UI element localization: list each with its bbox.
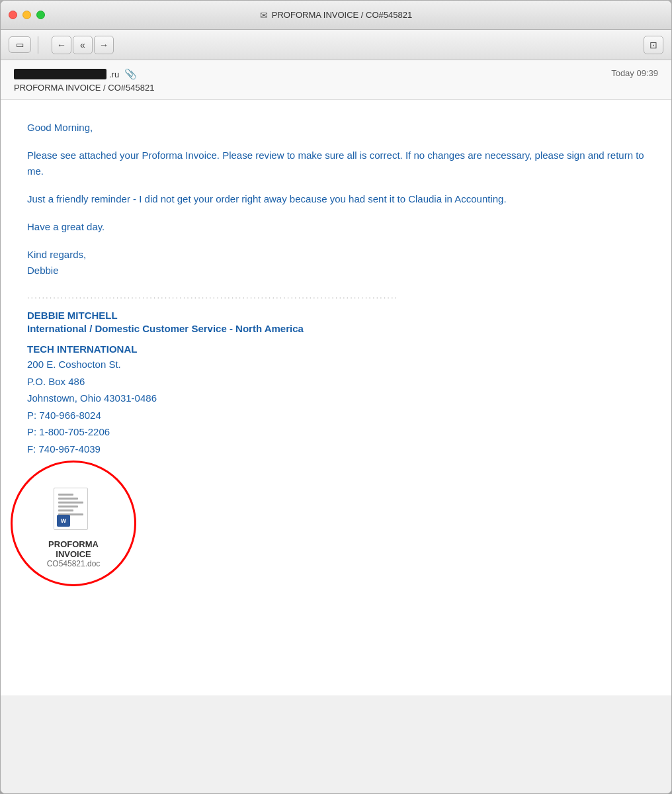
maximize-button[interactable]	[36, 11, 45, 19]
sig-address: 200 E. Coshocton St. P.O. Box 486 Johnst…	[27, 356, 645, 457]
email-timestamp: Today 09:39	[611, 68, 658, 78]
nav-controls: ← « →	[52, 36, 114, 54]
attachment-section: W PROFORMA INVOICE CO545821.doc	[27, 477, 120, 575]
toolbar: ▭ ← « → ⊡	[1, 30, 671, 60]
back-button[interactable]: ←	[52, 36, 71, 54]
doc-line	[58, 494, 73, 496]
sig-address3: Johnstown, Ohio 43031-0486	[27, 392, 157, 404]
email-window: ✉ PROFORMA INVOICE / CO#545821 ▭ ← « → ⊡	[0, 0, 672, 794]
toolbar-right: ⊡	[644, 36, 663, 54]
doc-page: W	[54, 488, 88, 530]
email-paragraph2: Just a friendly reminder - I did not get…	[27, 191, 645, 207]
sig-fax: F: 740-967-4039	[27, 443, 101, 455]
email-body: Good Morning, Please see attached your P…	[1, 100, 671, 695]
doc-line	[58, 509, 73, 511]
doc-line	[58, 502, 83, 504]
forward-arrow-icon: →	[99, 40, 108, 50]
forward-button[interactable]: →	[94, 36, 114, 54]
doc-line	[58, 506, 78, 507]
email-paragraph1: Please see attached your Proforma Invoic…	[27, 148, 645, 179]
attachment-filename: CO545821.doc	[47, 559, 101, 568]
divider-dots: ........................................…	[27, 290, 645, 300]
sender-domain: .ru	[109, 69, 119, 79]
doc-line	[58, 498, 78, 500]
titlebar: ✉ PROFORMA INVOICE / CO#545821	[1, 1, 671, 30]
back-back-arrow-icon: «	[80, 40, 85, 50]
sig-address2: P.O. Box 486	[27, 376, 85, 387]
attachment-name: PROFORMA INVOICE	[34, 539, 113, 559]
archive-button[interactable]: ▭	[9, 36, 31, 53]
sig-title: International / Domestic Customer Servic…	[27, 323, 645, 334]
signature-block: DEBBIE MITCHELL International / Domestic…	[27, 310, 645, 457]
email-area: .ru 📎 PROFORMA INVOICE / CO#545821 Today…	[1, 60, 671, 793]
window-title: ✉ PROFORMA INVOICE / CO#545821	[260, 10, 412, 21]
email-from-block: .ru 📎 PROFORMA INVOICE / CO#545821	[14, 68, 154, 93]
email-paragraph3: Have a great day.	[27, 219, 645, 235]
resize-icon: ⊡	[650, 40, 657, 50]
email-text: Good Morning, Please see attached your P…	[27, 120, 645, 279]
email-closing1: Kind regards,	[27, 249, 86, 260]
attachment-item[interactable]: W PROFORMA INVOICE CO545821.doc	[27, 477, 120, 575]
sender-redacted	[14, 69, 106, 79]
email-greeting: Good Morning,	[27, 120, 645, 136]
email-closing2: Debbie	[27, 265, 59, 276]
mail-icon: ✉	[260, 10, 268, 21]
doc-icon: W	[54, 488, 93, 534]
email-subject-header: PROFORMA INVOICE / CO#545821	[14, 83, 154, 93]
back-back-button[interactable]: «	[73, 36, 93, 54]
close-button[interactable]	[9, 11, 17, 19]
title-text: PROFORMA INVOICE / CO#545821	[272, 10, 412, 20]
word-badge: W	[57, 515, 70, 527]
minimize-button[interactable]	[22, 11, 31, 19]
back-arrow-icon: ←	[57, 40, 66, 50]
sig-phone2: P: 1-800-705-2206	[27, 426, 110, 437]
archive-icon: ▭	[16, 40, 24, 50]
attachment-clip-icon: 📎	[124, 68, 137, 80]
sig-address1: 200 E. Coshocton St.	[27, 359, 121, 370]
window-controls	[9, 11, 45, 19]
sig-phone1: P: 740-966-8024	[27, 410, 101, 421]
sig-name: DEBBIE MITCHELL	[27, 310, 645, 321]
sig-company: TECH INTERNATIONAL	[27, 343, 645, 355]
email-closing: Kind regards, Debbie	[27, 247, 645, 279]
resize-button[interactable]: ⊡	[644, 36, 663, 54]
email-header: .ru 📎 PROFORMA INVOICE / CO#545821 Today…	[1, 60, 671, 100]
